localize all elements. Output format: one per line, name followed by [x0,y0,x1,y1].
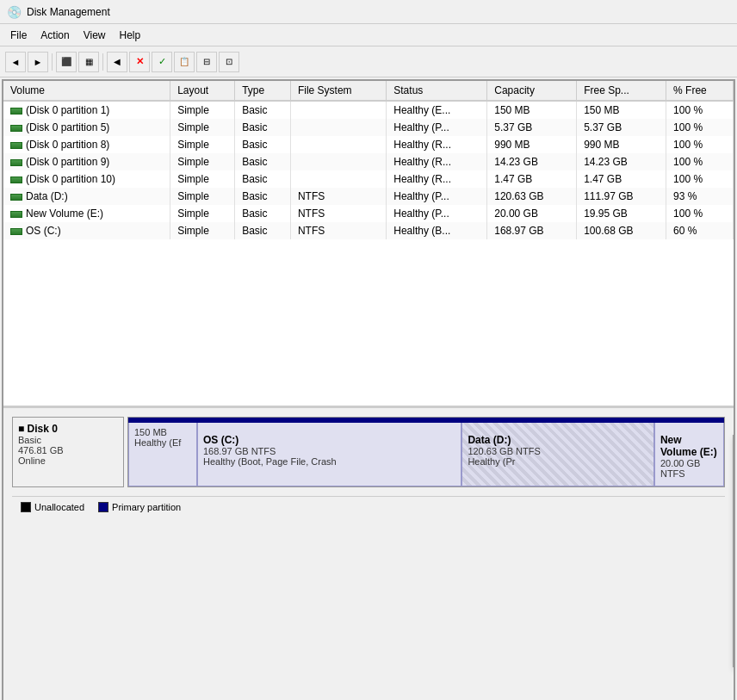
disk-view-area: ■ Disk 0 Basic 476.81 GB Online 150 MB H… [3,408,734,700]
forward-button[interactable]: ► [28,52,48,72]
table-cell: 100 % [666,101,734,119]
table-cell: 168.97 GB [487,222,577,239]
table-cell: 111.97 GB [577,188,666,205]
partition-newvol[interactable]: New Volume (E:) 20.00 GB NTFS [654,418,724,486]
disk0-status: Online [18,455,118,466]
properties2-button[interactable]: ▦ [78,52,99,72]
mirror-button[interactable]: ⊟ [196,52,217,72]
drive-icon [10,159,22,166]
new-button[interactable]: 📋 [174,52,195,72]
table-cell: (Disk 0 partition 10) [3,170,170,188]
table-cell: Simple [170,136,235,153]
table-cell: (Disk 0 partition 9) [3,153,170,170]
table-cell: 990 MB [487,136,577,153]
drive-icon [10,228,22,235]
connect-button[interactable]: ◀ [107,52,127,72]
main-window: Volume Layout Type File System Status Ca… [2,79,735,700]
table-cell: 20.00 GB [487,205,577,222]
table-cell: Simple [170,101,235,119]
partition-newvol-size: 20.00 GB NTFS [660,458,718,479]
table-cell: (Disk 0 partition 5) [3,119,170,136]
legend-unallocated-icon [21,502,31,512]
context-menu: Open Explore Mark Partition as Active Ch… [733,435,734,667]
table-cell: 19.95 GB [577,205,666,222]
legend-area: Unallocated Primary partition [12,496,725,517]
table-cell: Healthy (E... [387,101,487,119]
partition-small-size: 150 MB [134,427,191,437]
table-cell: 100 % [666,205,734,222]
table-cell: Data (D:) [3,188,170,205]
table-cell: 14.23 GB [487,153,577,170]
table-cell: Basic [235,153,291,170]
table-cell: Basic [235,101,291,119]
table-cell: 14.23 GB [577,153,666,170]
table-row[interactable]: (Disk 0 partition 1)SimpleBasicHealthy (… [3,101,734,119]
table-cell [290,136,386,153]
table-cell: 150 MB [487,101,577,119]
table-cell: Healthy (P... [387,119,487,136]
table-cell: 93 % [666,188,734,205]
disk0-type: Basic [18,435,118,445]
table-cell: NTFS [290,222,386,239]
table-area: Volume Layout Type File System Status Ca… [3,81,734,408]
table-cell: 990 MB [577,136,666,153]
table-cell: Basic [235,170,291,188]
col-layout[interactable]: Layout [170,81,235,101]
menu-file[interactable]: File [3,28,34,43]
partition-data-status: Healthy (Pr [468,456,648,467]
table-row[interactable]: (Disk 0 partition 9)SimpleBasicHealthy (… [3,153,734,170]
properties-button[interactable]: ⬛ [56,52,77,72]
table-row[interactable]: (Disk 0 partition 5)SimpleBasicHealthy (… [3,119,734,136]
table-cell: Healthy (R... [387,153,487,170]
menu-view[interactable]: View [77,28,113,43]
menu-action[interactable]: Action [34,28,76,43]
title-bar: 💿 Disk Management [0,0,737,24]
partition-os[interactable]: OS (C:) 168.97 GB NTFS Healthy (Boot, Pa… [197,418,461,486]
table-cell: Simple [170,188,235,205]
col-type[interactable]: Type [235,81,291,101]
partition-data-name: Data (D:) [468,434,648,446]
col-volume[interactable]: Volume [3,81,170,101]
col-capacity[interactable]: Capacity [487,81,577,101]
legend-unallocated-label: Unallocated [34,502,84,512]
table-cell: 5.37 GB [577,119,666,136]
table-cell: 100 % [666,153,734,170]
legend-primary-icon [98,502,108,512]
table-cell: 100.68 GB [577,222,666,239]
disk0-row: ■ Disk 0 Basic 476.81 GB Online 150 MB H… [12,417,725,487]
back-button[interactable]: ◄ [5,52,26,72]
table-cell: Simple [170,222,235,239]
drive-icon [10,194,22,201]
table-cell: Healthy (P... [387,188,487,205]
table-row[interactable]: (Disk 0 partition 8)SimpleBasicHealthy (… [3,136,734,153]
table-cell [290,101,386,119]
col-filesystem[interactable]: File System [290,81,386,101]
table-cell: 100 % [666,170,734,188]
table-row[interactable]: New Volume (E:)SimpleBasicNTFSHealthy (P… [3,205,734,222]
span-button[interactable]: ⊡ [219,52,239,72]
col-free[interactable]: Free Sp... [577,81,666,101]
col-status[interactable]: Status [387,81,487,101]
table-cell: 150 MB [577,101,666,119]
menu-help[interactable]: Help [113,28,148,43]
col-pct[interactable]: % Free [666,81,734,101]
table-cell: 1.47 GB [577,170,666,188]
partition-data[interactable]: Data (D:) 120.63 GB NTFS Healthy (Pr [461,418,654,486]
legend-primary: Primary partition [98,502,181,512]
drive-icon [10,125,22,132]
drive-icon [10,142,22,149]
app-icon: 💿 [7,5,22,19]
table-row[interactable]: Data (D:)SimpleBasicNTFSHealthy (P...120… [3,188,734,205]
table-row[interactable]: (Disk 0 partition 10)SimpleBasicHealthy … [3,170,734,188]
table-cell [290,170,386,188]
table-cell: NTFS [290,205,386,222]
volumes-table: Volume Layout Type File System Status Ca… [3,81,734,239]
check-button[interactable]: ✓ [152,52,172,72]
partition-os-size: 168.97 GB NTFS [203,446,455,456]
partition-small[interactable]: 150 MB Healthy (Ef [128,418,197,486]
table-cell: Basic [235,205,291,222]
delete-button[interactable]: ✕ [129,52,150,72]
table-row[interactable]: OS (C:)SimpleBasicNTFSHealthy (B...168.9… [3,222,734,239]
table-cell: Simple [170,170,235,188]
table-cell: Basic [235,119,291,136]
